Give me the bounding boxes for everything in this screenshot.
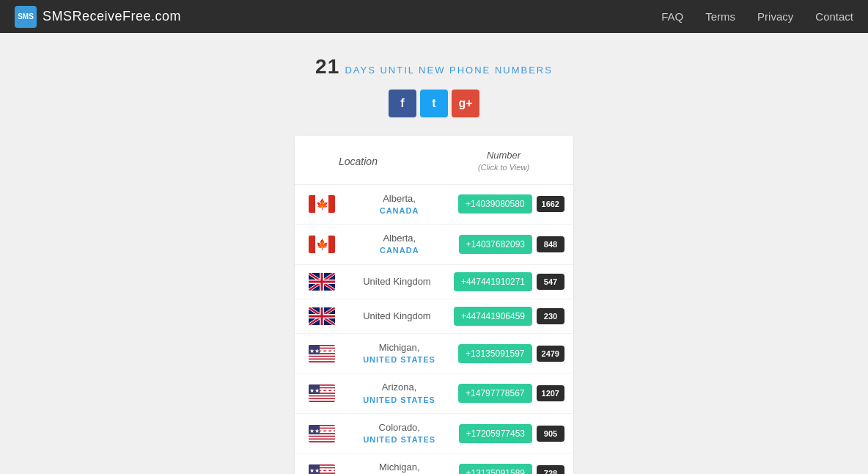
- flag-cell: ★★★★★★★★★★★★★★★★★★★★★★★★★★★★★★★★★★★★★★★★…: [304, 425, 340, 442]
- main-nav: FAQ Terms Privacy Contact: [661, 10, 853, 23]
- location-cell: Colorado, UNITED STATES: [340, 421, 459, 446]
- number-cell: +13135091589 728: [459, 464, 564, 474]
- us-flag-icon: ★★★★★★★★★★★★★★★★★★★★★★★★★★★★★★★★★★★★★★★★…: [309, 464, 335, 474]
- flag-cell: ★★★★★★★★★★★★★★★★★★★★★★★★★★★★★★★★★★★★★★★★…: [304, 345, 340, 362]
- countdown-banner: 21 DAYS UNTIL NEW PHONE NUMBERS: [315, 55, 553, 79]
- number-cell: +13135091597 2479: [458, 344, 564, 363]
- phone-number-button[interactable]: +13135091589: [459, 464, 532, 474]
- svg-rect-34: [309, 355, 335, 357]
- ca-flag-icon: 🍁: [309, 236, 335, 253]
- nav-contact[interactable]: Contact: [815, 10, 853, 23]
- twitter-button[interactable]: t: [420, 90, 448, 117]
- table-row: ★★★★★★★★★★★★★★★★★★★★★★★★★★★★★★★★★★★★★★★★…: [295, 414, 573, 454]
- table-row: United Kingdom +447441906459 230: [295, 299, 573, 334]
- number-cell: +14039080580 1662: [458, 194, 564, 214]
- nav-terms[interactable]: Terms: [705, 10, 735, 23]
- phone-number-button[interactable]: +13135091597: [458, 344, 532, 363]
- location-cell: United Kingdom: [340, 310, 454, 323]
- svg-rect-37: [309, 360, 335, 361]
- flag-cell: ★★★★★★★★★★★★★★★★★★★★★★★★★★★★★★★★★★★★★★★★…: [304, 384, 340, 402]
- table-row: 🍁 Alberta, CANADA +14039080580 1662: [295, 185, 573, 225]
- svg-text:🍁: 🍁: [316, 198, 329, 211]
- phone-table: Location Number (Click to View) 🍁 Albert…: [295, 136, 573, 474]
- ca-flag-icon: 🍁: [309, 195, 335, 213]
- location-cell: Alberta, CANADA: [340, 192, 458, 217]
- flag-cell: 🍁: [304, 195, 340, 213]
- googleplus-button[interactable]: g+: [452, 90, 479, 117]
- phone-number-button[interactable]: +14797778567: [458, 384, 532, 403]
- message-count-badge: 1207: [537, 385, 564, 401]
- logo: SMS SMSReceiveFree.com: [15, 6, 181, 28]
- table-header: Location Number (Click to View): [295, 136, 573, 185]
- location-cell: Michigan, UNITED STATES: [340, 461, 459, 474]
- location-city: Alberta,: [340, 232, 459, 245]
- svg-rect-52: [309, 399, 335, 401]
- location-cell: United Kingdom: [340, 275, 454, 288]
- phone-number-button[interactable]: +447441910271: [454, 272, 532, 291]
- uk-flag-icon: [309, 307, 335, 325]
- table-row: United Kingdom +447441910271 547: [295, 265, 573, 299]
- us-flag-icon: ★★★★★★★★★★★★★★★★★★★★★★★★★★★★★★★★★★★★★★★★…: [309, 425, 335, 442]
- svg-rect-68: [309, 441, 335, 442]
- message-count-badge: 2479: [537, 346, 564, 362]
- number-cell: +17205977453 905: [459, 424, 564, 443]
- flag-cell: 🍁: [304, 236, 340, 253]
- svg-text:★★★★★★★★★★★★★★★★★★★★★★★★★★★★★★: ★★★★★★★★★★★★★★★★★★★★★★★★★★★★★★★★★★★★★★★★…: [309, 387, 335, 394]
- table-row: ★★★★★★★★★★★★★★★★★★★★★★★★★★★★★★★★★★★★★★★★…: [295, 373, 573, 414]
- svg-rect-64: [309, 435, 335, 437]
- number-cell: +14797778567 1207: [458, 384, 564, 403]
- svg-rect-1: [309, 195, 315, 213]
- location-city: Michigan,: [340, 341, 458, 354]
- location-city: Arizona,: [340, 381, 458, 394]
- location-country: CANADA: [340, 245, 459, 256]
- location-city: United Kingdom: [340, 310, 454, 323]
- location-city: United Kingdom: [340, 275, 454, 288]
- svg-text:★★★★★★★★★★★★★★★★★★★★★★★★★★★★★★: ★★★★★★★★★★★★★★★★★★★★★★★★★★★★★★★★★★★★★★★★…: [309, 467, 335, 474]
- location-city: Alberta,: [340, 192, 458, 205]
- table-row: ★★★★★★★★★★★★★★★★★★★★★★★★★★★★★★★★★★★★★★★★…: [295, 453, 573, 474]
- svg-rect-65: [309, 437, 335, 438]
- phone-number-button[interactable]: +447441906459: [454, 307, 532, 326]
- flag-cell: [304, 273, 340, 291]
- phone-number-button[interactable]: +17205977453: [459, 424, 532, 443]
- logo-text: SMSReceiveFree.com: [43, 9, 181, 24]
- flag-cell: ★★★★★★★★★★★★★★★★★★★★★★★★★★★★★★★★★★★★★★★★…: [304, 464, 340, 474]
- social-buttons: f t g+: [389, 90, 479, 117]
- svg-rect-67: [309, 440, 335, 441]
- flag-cell: [304, 307, 340, 325]
- location-country: CANADA: [340, 205, 458, 216]
- location-cell: Arizona, UNITED STATES: [340, 381, 458, 406]
- nav-faq[interactable]: FAQ: [661, 10, 683, 23]
- location-cell: Michigan, UNITED STATES: [340, 341, 458, 366]
- svg-rect-6: [328, 236, 335, 253]
- countdown-number: 21: [315, 55, 339, 78]
- svg-rect-49: [309, 395, 335, 397]
- nav-privacy[interactable]: Privacy: [757, 10, 793, 23]
- number-cell: +447441906459 230: [454, 307, 564, 326]
- svg-rect-25: [321, 307, 323, 325]
- phone-number-button[interactable]: +14037682093: [459, 235, 532, 254]
- message-count-badge: 848: [537, 236, 564, 252]
- us-flag-icon: ★★★★★★★★★★★★★★★★★★★★★★★★★★★★★★★★★★★★★★★★…: [309, 345, 335, 362]
- location-cell: Alberta, CANADA: [340, 232, 459, 257]
- message-count-badge: 230: [537, 308, 564, 324]
- svg-rect-48: [309, 394, 335, 395]
- table-row: 🍁 Alberta, CANADA +14037682093 848: [295, 225, 573, 265]
- svg-rect-2: [328, 195, 335, 213]
- location-country: UNITED STATES: [340, 354, 458, 365]
- message-count-badge: 905: [537, 426, 564, 442]
- svg-rect-5: [309, 236, 315, 253]
- svg-rect-50: [309, 397, 335, 398]
- message-count-badge: 547: [537, 274, 564, 290]
- svg-rect-51: [309, 398, 335, 400]
- col-number-header: Number (Click to View): [449, 149, 559, 174]
- svg-text:🍁: 🍁: [316, 238, 329, 251]
- svg-text:★★★★★★★★★★★★★★★★★★★★★★★★★★★★★★: ★★★★★★★★★★★★★★★★★★★★★★★★★★★★★★★★★★★★★★★★…: [309, 428, 335, 434]
- location-city: Colorado,: [340, 421, 459, 434]
- phone-number-button[interactable]: +14039080580: [458, 194, 532, 214]
- facebook-button[interactable]: f: [389, 90, 416, 117]
- col-location-header: Location: [309, 156, 449, 167]
- svg-rect-53: [309, 401, 335, 402]
- location-city: Michigan,: [340, 461, 459, 474]
- svg-rect-33: [309, 354, 335, 355]
